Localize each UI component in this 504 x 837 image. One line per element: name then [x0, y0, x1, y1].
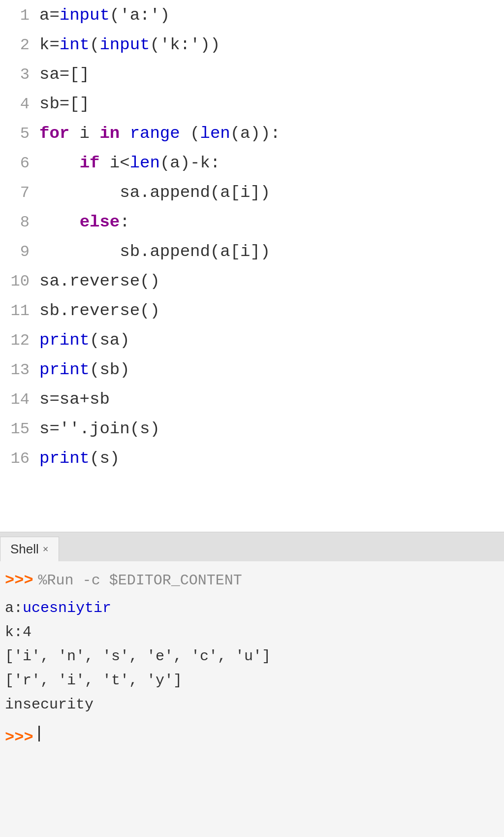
line-content: k=int(input('k:')) [39, 35, 504, 54]
token-plain [39, 213, 80, 231]
code-line: 4sb=[] [0, 94, 504, 123]
token-kw: if [80, 154, 100, 172]
code-line: 9 sb.append(a[i]) [0, 241, 504, 271]
shell-output-lines: a:ucesniytir k:4 ['i', 'n', 's', 'e', 'c… [5, 597, 499, 716]
token-plain [39, 154, 80, 172]
line-content: sa=[] [39, 65, 504, 84]
line-content: sb.reverse() [39, 301, 504, 320]
line-number: 5 [0, 125, 39, 143]
line-content: print(s) [39, 449, 504, 468]
line-number: 13 [0, 361, 39, 379]
token-builtin: print [39, 360, 90, 379]
shell-output-k: k:4 [5, 621, 499, 644]
line-content: print(sa) [39, 331, 504, 350]
code-line: 3sa=[] [0, 64, 504, 94]
token-plain: sb=[] [39, 95, 90, 113]
token-plain: (s) [90, 449, 120, 468]
shell-tab-close[interactable]: × [43, 544, 49, 555]
code-line: 2k=int(input('k:')) [0, 34, 504, 64]
line-number: 2 [0, 36, 39, 54]
token-plain: sa.reverse() [39, 272, 160, 290]
line-number: 16 [0, 450, 39, 468]
line-number: 12 [0, 331, 39, 350]
line-number: 15 [0, 420, 39, 438]
token-plain: : [120, 213, 129, 231]
token-builtin: len [200, 124, 230, 143]
token-plain: sb.reverse() [39, 301, 160, 320]
token-plain: sa=[] [39, 65, 90, 84]
token-plain: s=sa+sb [39, 390, 110, 409]
token-builtin: len [130, 154, 160, 172]
code-line: 14s=sa+sb [0, 389, 504, 418]
shell-new-prompt-symbol: >>> [5, 728, 33, 746]
token-plain: i [69, 124, 99, 143]
line-content: s=sa+sb [39, 390, 504, 409]
token-builtin: input [99, 35, 150, 54]
code-line: 5for i in range (len(a)): [0, 123, 504, 153]
line-content: else: [39, 213, 504, 231]
line-content: sa.reverse() [39, 272, 504, 290]
shell-run-command: %Run -c $EDITOR_CONTENT [38, 572, 242, 589]
line-number: 3 [0, 65, 39, 84]
token-kw: else [80, 213, 120, 231]
code-line: 8 else: [0, 212, 504, 241]
shell-output-area: >>> %Run -c $EDITOR_CONTENT a:ucesniytir… [0, 561, 504, 837]
token-builtin: range [130, 124, 180, 143]
shell-tab[interactable]: Shell × [0, 537, 59, 561]
line-content: a=input('a:') [39, 6, 504, 25]
shell-run-line: >>> %Run -c $EDITOR_CONTENT [5, 571, 499, 589]
shell-tabs-bar: Shell × [0, 532, 504, 561]
token-plain: (sa) [90, 331, 130, 350]
token-builtin: print [39, 331, 90, 350]
line-number: 6 [0, 154, 39, 172]
line-content: sb=[] [39, 95, 504, 113]
token-plain: s=''.join(s) [39, 419, 160, 438]
shell-tab-label: Shell [10, 542, 39, 557]
token-builtin: print [39, 449, 90, 468]
shell-new-prompt-line: >>> [5, 726, 499, 746]
shell-panel: Shell × >>> %Run -c $EDITOR_CONTENT a:uc… [0, 532, 504, 837]
line-number: 10 [0, 272, 39, 290]
shell-output-a: a:ucesniytir [5, 597, 499, 619]
line-number: 8 [0, 213, 39, 231]
line-content: print(sb) [39, 360, 504, 379]
code-line: 7 sa.append(a[i]) [0, 182, 504, 212]
code-lines: 1a=input('a:')2k=int(input('k:'))3sa=[]4… [0, 0, 504, 532]
token-plain: sa.append(a[i]) [39, 183, 270, 202]
code-line: 11sb.reverse() [0, 300, 504, 330]
token-plain: i< [99, 154, 129, 172]
token-plain: ('a:') [110, 6, 170, 25]
token-plain: (sb) [90, 360, 130, 379]
code-line: 10sa.reverse() [0, 271, 504, 300]
token-builtin: int [60, 35, 90, 54]
token-plain: ('k:')) [150, 35, 220, 54]
shell-output-list1: ['i', 'n', 's', 'e', 'c', 'u'] [5, 645, 499, 668]
token-plain [120, 124, 129, 143]
line-content: s=''.join(s) [39, 419, 504, 438]
shell-output-result: insecurity [5, 694, 499, 716]
code-line: 13print(sb) [0, 359, 504, 389]
code-editor: 1a=input('a:')2k=int(input('k:'))3sa=[]4… [0, 0, 504, 532]
shell-output-a-value: ucesniytir [23, 600, 111, 616]
line-content: for i in range (len(a)): [39, 124, 504, 143]
token-plain: a= [39, 6, 60, 25]
line-number: 14 [0, 390, 39, 409]
line-content: if i<len(a)-k: [39, 154, 504, 172]
code-line: 6 if i<len(a)-k: [0, 153, 504, 182]
token-kw: for [39, 124, 69, 143]
line-number: 1 [0, 6, 39, 25]
code-line: 16print(s) [0, 448, 504, 478]
line-number: 4 [0, 95, 39, 113]
token-kw: in [99, 124, 120, 143]
code-line: 1a=input('a:') [0, 5, 504, 34]
token-plain: ( [90, 35, 99, 54]
token-plain: (a)-k: [160, 154, 220, 172]
line-content: sb.append(a[i]) [39, 242, 504, 261]
code-line: 12print(sa) [0, 330, 504, 359]
line-content: sa.append(a[i]) [39, 183, 504, 202]
token-plain: (a)): [230, 124, 281, 143]
line-number: 9 [0, 243, 39, 261]
shell-output-list2: ['r', 'i', 't', 'y'] [5, 670, 499, 692]
line-number: 11 [0, 302, 39, 320]
shell-prompt-symbol: >>> [5, 571, 33, 589]
